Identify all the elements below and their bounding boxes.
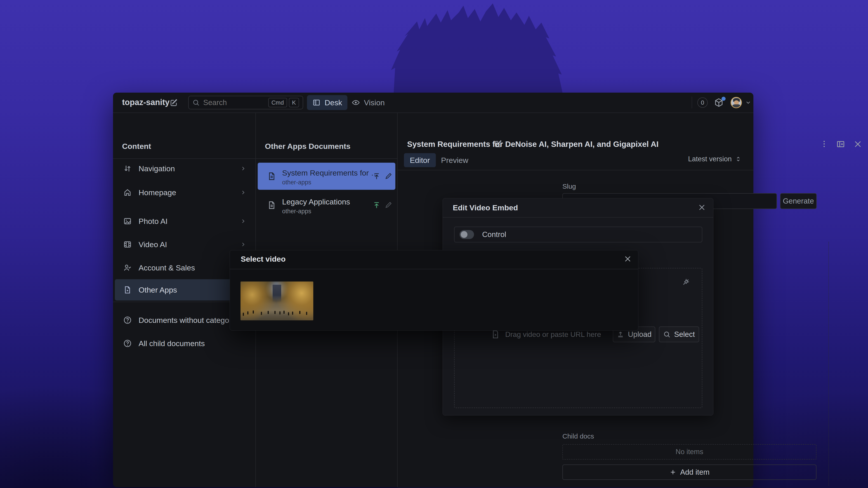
- sidebar-item-label: Account & Sales: [138, 263, 195, 272]
- tab-preview-label: Preview: [441, 156, 468, 165]
- eye-icon: [352, 98, 360, 107]
- edit-status-icon: [385, 172, 393, 180]
- document-subtitle: other-apps: [282, 208, 311, 215]
- search-icon: [192, 99, 199, 106]
- navbar: topaz-sanity Cmd K Desk Vision 0: [113, 93, 753, 112]
- context-menu-icon[interactable]: [820, 140, 829, 148]
- chevrons-up-down-icon: [735, 156, 742, 162]
- search-icon: [663, 331, 671, 338]
- modal-close-icon[interactable]: [624, 255, 632, 263]
- notifications-badge[interactable]: 0: [698, 97, 708, 108]
- control-label: Control: [482, 230, 506, 239]
- dialog-close-icon[interactable]: [698, 203, 706, 212]
- add-item-button[interactable]: Add item: [562, 464, 816, 480]
- tab-vision[interactable]: Vision: [346, 95, 390, 110]
- control-toggle[interactable]: [460, 230, 474, 239]
- modal-title: Select video: [241, 255, 285, 263]
- sidebar-item-photo-ai[interactable]: Photo AI: [115, 210, 254, 232]
- video-thumbnail[interactable]: [241, 282, 313, 320]
- house-icon: [123, 188, 132, 197]
- user-check-icon: [123, 263, 132, 272]
- toggle-knob: [461, 231, 467, 238]
- film-icon: [123, 240, 132, 249]
- global-search[interactable]: Cmd K: [188, 96, 303, 109]
- select-video-modal: Select video: [230, 250, 638, 330]
- publish-status-icon: [373, 201, 381, 209]
- editor-document-title: System Requirements for DeNoise AI, Shar…: [407, 140, 659, 149]
- tree-silhouette: [366, 0, 592, 99]
- document-icon: [267, 201, 276, 210]
- document-row[interactable]: Legacy Applications other-apps: [258, 192, 395, 219]
- close-pane-icon[interactable]: [853, 140, 862, 149]
- account-chevron-down-icon[interactable]: [745, 99, 751, 106]
- chevron-right-icon: [240, 165, 246, 172]
- thumbnail-pedestrians: [274, 311, 276, 314]
- select-label: Select: [674, 330, 695, 339]
- plug-icon: [682, 277, 691, 286]
- child-docs-empty-text: No items: [676, 448, 703, 456]
- sort-arrows-icon: [123, 164, 132, 173]
- sidebar-item-label: Navigation: [138, 164, 175, 173]
- control-field: Control: [454, 227, 702, 242]
- sidebar-item-all-child-documents[interactable]: All child documents: [115, 333, 254, 354]
- compose-icon[interactable]: [169, 98, 178, 107]
- tab-preview[interactable]: Preview: [435, 153, 474, 167]
- help-circle-icon: [123, 339, 132, 348]
- document-subtitle: other-apps: [282, 179, 311, 186]
- child-docs-empty: No items: [562, 444, 816, 459]
- sidebar-item-label: Other Apps: [138, 286, 177, 294]
- sidebar-item-label: Photo AI: [138, 217, 168, 226]
- sidebar-item-navigation[interactable]: Navigation: [115, 158, 254, 179]
- dropzone-text: Drag video or paste URL here: [505, 330, 601, 339]
- publish-status-icon: [373, 172, 381, 180]
- version-selector[interactable]: Latest version: [688, 155, 742, 163]
- document-title: System Requirements for …: [282, 168, 379, 177]
- image-icon: [123, 217, 132, 225]
- document-row-selected[interactable]: System Requirements for … other-apps: [258, 163, 395, 190]
- review-changes-dotted-bar: [829, 242, 829, 486]
- generate-slug-label: Generate: [783, 197, 814, 205]
- select-button[interactable]: Select: [659, 326, 699, 342]
- editor-header-border: [398, 170, 753, 170]
- chevron-right-icon: [240, 241, 246, 248]
- tab-vision-label: Vision: [364, 98, 385, 107]
- search-input[interactable]: [203, 98, 265, 107]
- chevron-right-icon: [240, 218, 246, 224]
- sidebar-item-label: All child documents: [138, 339, 205, 348]
- split-pane-icon[interactable]: [836, 140, 845, 149]
- documents-header-border: [256, 158, 397, 159]
- doc-plus-icon: [123, 286, 132, 294]
- navbar-divider: [692, 97, 692, 108]
- document-icon: [267, 172, 276, 181]
- sidebar-item-homepage[interactable]: Homepage: [115, 182, 254, 203]
- version-label: Latest version: [688, 155, 732, 163]
- package-notification-dot: [721, 97, 725, 101]
- notifications-count: 0: [701, 99, 704, 106]
- upload-label: Upload: [628, 330, 652, 339]
- slug-field-label: Slug: [562, 183, 576, 190]
- avatar[interactable]: [731, 97, 742, 108]
- tab-desk[interactable]: Desk: [307, 95, 347, 110]
- modal-header-border: [230, 269, 638, 269]
- avatar-body: [732, 104, 741, 108]
- tab-editor[interactable]: Editor: [404, 153, 436, 167]
- help-circle-icon: [123, 316, 132, 324]
- sidebar-item-label: Video AI: [138, 240, 167, 249]
- child-docs-label: Child docs: [562, 432, 594, 440]
- shortcut-cmd-key: Cmd: [268, 98, 287, 107]
- edit-status-icon: [385, 201, 393, 209]
- thumbnail-building: [273, 285, 281, 302]
- video-file-icon: [491, 329, 500, 339]
- workspace-name[interactable]: topaz-sanity: [122, 98, 169, 107]
- dialog-title: Edit Video Embed: [453, 203, 518, 212]
- tab-desk-label: Desk: [324, 98, 342, 107]
- generate-slug-button[interactable]: Generate: [780, 193, 817, 209]
- chevron-right-icon: [240, 189, 246, 196]
- plus-icon: [669, 468, 677, 476]
- add-item-label: Add item: [680, 468, 710, 477]
- sidebar-header: Content: [122, 142, 151, 151]
- shortcut-k-key: K: [289, 98, 299, 107]
- upload-icon: [617, 330, 624, 338]
- sidebar-item-label: Homepage: [138, 188, 176, 197]
- desk-icon: [312, 98, 320, 107]
